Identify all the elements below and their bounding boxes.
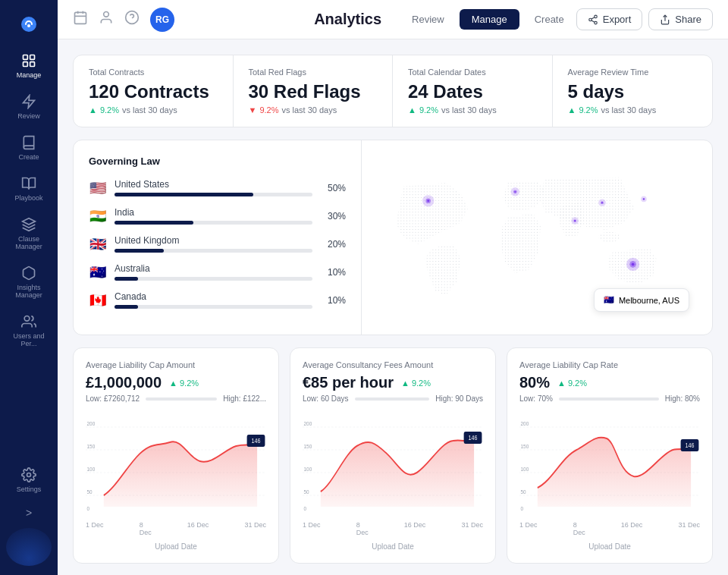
country-info-in: India — [115, 207, 312, 225]
user-avatar[interactable]: RG — [150, 8, 174, 32]
down-arrow-icon: ▼ — [249, 105, 257, 115]
country-row-au: 🇦🇺 Australia 10% — [89, 263, 346, 281]
progress-fill-us — [115, 193, 253, 196]
topbar-actions: Export Share — [576, 8, 713, 30]
country-name-us: United States — [115, 179, 312, 190]
svg-point-19 — [594, 21, 597, 24]
chart-liability-rate-value-row: 80% ▲ 9.2% — [519, 374, 700, 391]
sidebar: Manage Review Create Playbook Clause Man… — [0, 0, 58, 575]
sidebar-item-users[interactable]: Users and Per... — [0, 306, 58, 355]
tooltip-label: Melbourne, AUS — [619, 296, 679, 305]
progress-bar-us — [115, 193, 312, 196]
sidebar-item-playbook[interactable]: Playbook — [0, 168, 58, 209]
chart-liability-rate-range: Low: 70% High: 80% — [519, 394, 700, 403]
topbar-tabs: Review Manage Create — [400, 9, 576, 30]
tab-manage[interactable]: Manage — [460, 9, 519, 30]
stat-review-time-pct: 9.2% — [579, 105, 598, 115]
stat-calendar-dates-change: ▲ 9.2% vs last 30 days — [408, 105, 537, 115]
svg-text:50: 50 — [521, 488, 526, 495]
progress-fill-uk — [115, 249, 164, 253]
svg-text:0: 0 — [304, 504, 307, 512]
stat-total-contracts-label: Total Contracts — [89, 68, 218, 77]
chart-liability-cap-title: Average Liability Cap Amount — [86, 360, 266, 369]
sidebar-item-review[interactable]: Review — [0, 86, 58, 127]
up-arrow-icon-chart1: ▲ — [169, 379, 177, 388]
governing-law-card: Governing Law 🇺🇸 United States 50% 🇮🇳 — [73, 140, 713, 335]
progress-bar-in — [115, 221, 312, 225]
chart-liability-rate-value: 80% — [519, 374, 550, 391]
svg-point-36 — [601, 203, 603, 204]
country-name-in: India — [115, 207, 312, 218]
governing-law-title: Governing Law — [89, 156, 346, 167]
flag-ca: 🇨🇦 — [89, 292, 107, 309]
svg-point-42 — [643, 199, 645, 200]
sidebar-decoration — [6, 528, 52, 566]
svg-text:100: 100 — [521, 465, 529, 473]
svg-point-1 — [27, 24, 30, 27]
stats-row: Total Contracts 120 Contracts ▲ 9.2% vs … — [73, 55, 713, 127]
tooltip-flag: 🇦🇺 — [604, 295, 614, 305]
app-logo[interactable] — [20, 9, 38, 46]
chart-liability-cap-range-bar — [146, 397, 217, 401]
stat-total-contracts-value: 120 Contracts — [89, 81, 218, 102]
svg-line-20 — [592, 20, 595, 21]
chart-consultancy-fees-range-bar — [355, 397, 430, 401]
svg-text:150: 150 — [87, 442, 96, 450]
chart-consultancy-fees-low: Low: 60 Days — [303, 394, 349, 403]
svg-point-14 — [104, 12, 109, 17]
stat-red-flags-comparison: vs last 30 days — [281, 105, 337, 115]
country-name-uk: United Kingdom — [115, 235, 312, 246]
chart-liability-cap-value-row: £1,000,000 ▲ 9.2% — [86, 374, 266, 391]
stat-review-time-comparison: vs last 30 days — [601, 105, 656, 115]
stat-red-flags-value: 30 Red Flags — [249, 81, 378, 102]
country-row-us: 🇺🇸 United States 50% — [89, 179, 346, 196]
help-icon[interactable] — [124, 10, 140, 29]
svg-text:150: 150 — [521, 442, 529, 450]
country-row-in: 🇮🇳 India 30% — [89, 207, 346, 225]
svg-line-21 — [592, 17, 595, 18]
svg-point-8 — [24, 316, 30, 322]
up-arrow-icon-2: ▲ — [408, 105, 416, 115]
up-arrow-icon: ▲ — [89, 105, 97, 115]
sidebar-item-settings-label: Settings — [17, 485, 42, 493]
svg-point-39 — [632, 263, 635, 266]
progress-bar-au — [115, 277, 312, 281]
stat-calendar-dates-value: 24 Dates — [408, 81, 537, 102]
governing-law-left: Governing Law 🇺🇸 United States 50% 🇮🇳 — [74, 140, 362, 335]
progress-bar-ca — [115, 305, 312, 309]
axis-label-31dec-2: 31 Dec — [461, 521, 483, 536]
calendar-icon[interactable] — [73, 10, 88, 29]
svg-text:0: 0 — [87, 504, 90, 512]
chart-consultancy-fees-range: Low: 60 Days High: 90 Days — [303, 394, 483, 403]
export-button[interactable]: Export — [576, 8, 643, 30]
svg-text:146: 146 — [252, 437, 261, 445]
chart-liability-rate-high: High: 80% — [665, 394, 700, 403]
sidebar-item-clause-manager[interactable]: Clause Manager — [0, 209, 58, 258]
chart-liability-cap-badge: ▲ 9.2% — [169, 379, 199, 388]
sidebar-collapse-button[interactable]: > — [20, 501, 38, 525]
share-button[interactable]: Share — [648, 8, 713, 30]
chart-liability-cap-area: 200 150 100 50 0 146 — [86, 412, 266, 518]
tab-create[interactable]: Create — [522, 9, 576, 30]
country-info-uk: United Kingdom — [115, 235, 312, 253]
stat-total-contracts: Total Contracts 120 Contracts ▲ 9.2% vs … — [74, 55, 234, 127]
sidebar-item-clause-manager-label: Clause Manager — [5, 235, 53, 250]
sidebar-item-insights-manager[interactable]: Insights Manager — [0, 258, 58, 306]
user-icon[interactable] — [99, 10, 114, 29]
chart-liability-cap-badge-value: 9.2% — [180, 379, 199, 388]
svg-point-27 — [427, 200, 429, 203]
stat-review-time-value: 5 days — [568, 81, 698, 102]
country-pct-us: 50% — [320, 183, 346, 193]
svg-rect-5 — [30, 62, 35, 67]
sidebar-item-create[interactable]: Create — [0, 127, 58, 168]
tab-review[interactable]: Review — [400, 9, 457, 30]
axis-label-16dec-3: 16 Dec — [621, 521, 643, 536]
svg-text:146: 146 — [469, 434, 478, 441]
sidebar-item-manage[interactable]: Manage — [0, 46, 58, 86]
topbar: RG Analytics Review Manage Create Export… — [58, 0, 728, 39]
chart-liability-rate-badge: ▲ 9.2% — [557, 379, 587, 388]
up-arrow-icon-3: ▲ — [568, 105, 576, 115]
sidebar-item-insights-manager-label: Insights Manager — [5, 284, 53, 299]
sidebar-item-settings[interactable]: Settings — [0, 460, 58, 501]
country-info-ca: Canada — [115, 291, 312, 309]
